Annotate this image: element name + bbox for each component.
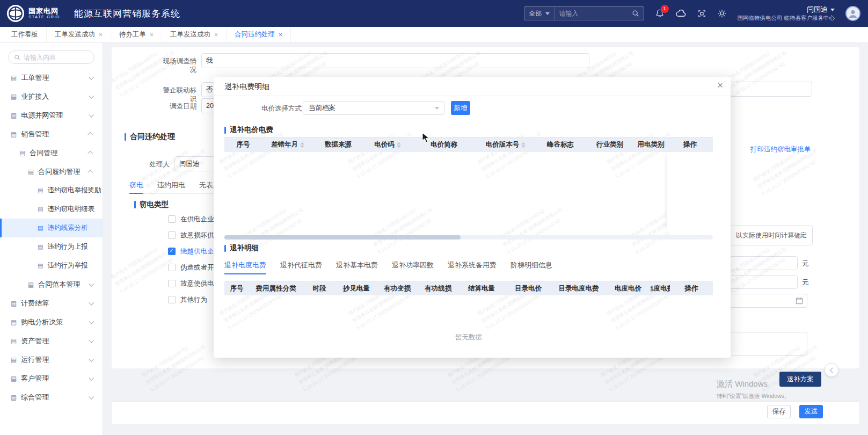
send-button[interactable]: 发送 [799, 405, 823, 418]
theft-type-option-3[interactable]: 绕越供电企业 [168, 247, 221, 256]
theft-type-option-5[interactable]: 故意使供电企 [168, 279, 221, 288]
price-mode-select[interactable]: 当前档案 [303, 101, 444, 115]
add-button[interactable]: 新增 [451, 101, 470, 115]
sidebar-item-breach-behavior-report[interactable]: ▤违约行为上报 [0, 237, 103, 256]
tab-breach-usage[interactable]: 违约用电 [157, 179, 185, 193]
close-icon[interactable]: × [279, 32, 282, 38]
avatar[interactable] [845, 6, 860, 21]
sidebar-item-operation-mgmt[interactable]: ▤运行管理 [0, 350, 103, 369]
save-button[interactable]: 保存 [767, 405, 791, 418]
col-transformer-loss: 有功变损 [377, 281, 418, 295]
col-catalog-price: 目录电价 [505, 281, 552, 295]
calendar-icon[interactable] [796, 297, 803, 305]
tab-basic-fee[interactable]: 退补基本电费 [336, 258, 378, 274]
theft-type-option-1[interactable]: 在供电企业的 [168, 215, 221, 223]
tab-collected-fee[interactable]: 退补代征电费 [280, 258, 322, 274]
refund-detail-table: 序号 费用属性分类 时段 抄见电量 有功变损 有功线损 结算电量 目录电价 目录… [224, 281, 713, 358]
doc-icon: ▤ [38, 225, 43, 231]
panel-collapse-toggle[interactable] [825, 363, 838, 377]
sidebar-item-breach-clue-analysis[interactable]: ▤违约线索分析 [0, 219, 103, 237]
theft-type-option-4[interactable]: 伪造或者开启 [168, 263, 221, 272]
tab-power-factor[interactable]: 退补功率因数 [392, 258, 434, 274]
col-fee-attribute: 费用属性分类 [249, 281, 303, 295]
sidebar-search-input[interactable] [24, 54, 89, 61]
close-icon[interactable]: × [717, 80, 723, 90]
sidebar-item-breach-behavior-tipoff[interactable]: ▤违约行为举报 [0, 256, 103, 275]
close-icon[interactable]: × [99, 32, 103, 38]
menu-icon: ▤ [11, 375, 17, 382]
table-header-row: 序号 费用属性分类 时段 抄见电量 有功变损 有功线损 结算电量 目录电价 目录… [224, 281, 713, 295]
sidebar-item-contract-template[interactable]: ▤合同范本管理 [0, 275, 103, 294]
sidebar-item-theft-report-reward[interactable]: ▤违约窃电举报奖励 [0, 181, 103, 200]
close-icon[interactable]: × [150, 32, 154, 38]
tab-energy-fee[interactable]: 退补电度电费 [224, 258, 266, 274]
field-survey-input[interactable] [201, 53, 589, 68]
sidebar-item-customer-mgmt[interactable]: ▤客户管理 [0, 369, 103, 388]
screen: 国家电网 STATE GRID 能源互联网营销服务系统 全部 1 [0, 0, 868, 435]
global-search-input[interactable] [555, 10, 632, 17]
sidebar-item-asset-mgmt[interactable]: ▤资产管理 [0, 331, 103, 350]
chevron-down-icon [89, 93, 94, 99]
checkbox[interactable] [168, 215, 176, 223]
notification-bell-icon[interactable]: 1 [655, 9, 665, 18]
sidebar-item-grid-connection[interactable]: ▤电源并网管理 [0, 106, 103, 125]
notification-badge: 1 [661, 5, 669, 13]
theft-type-option-6[interactable]: 其他行为 [168, 295, 207, 304]
sidebar-item-contract-performance[interactable]: ▤合同履约管理 [0, 162, 103, 181]
sort-icon[interactable] [397, 142, 401, 148]
sidebar-item-worder-mgmt[interactable]: ▤工单管理 [0, 68, 103, 87]
chevron-down-icon [435, 107, 439, 110]
tab-todo-worder[interactable]: 待办工单× [111, 27, 162, 42]
sort-icon[interactable] [300, 142, 304, 148]
tab-worder-sent-1[interactable]: 工单发送成功× [47, 27, 111, 42]
sidebar-item-general-mgmt[interactable]: ▤综合管理 [0, 388, 103, 407]
sidebar-item-theft-detail-table[interactable]: ▤违约窃电明细表 [0, 200, 103, 219]
sidebar-item-contract-mgmt[interactable]: ▤合同管理 [0, 143, 103, 162]
search-icon[interactable] [632, 10, 644, 17]
tab-theft[interactable]: 窃电 [129, 179, 143, 193]
print-approval-link[interactable]: 打印违约窃电审批单 [750, 145, 811, 154]
chevron-down-icon [89, 319, 94, 324]
section-contract-breach: 合同违约处理 [125, 132, 175, 142]
fullscreen-scan-icon[interactable] [697, 9, 706, 18]
system-title: 能源互联网营销服务系统 [74, 8, 180, 20]
windows-activate-subtext: 转到“设置”以激活 Windows。 [717, 393, 790, 400]
menu-icon: ▤ [11, 394, 17, 401]
field-police-linkage-label: 警企联动标识 [157, 86, 196, 103]
sidebar-item-biz-expansion[interactable]: ▤业扩接入 [0, 87, 103, 106]
close-icon[interactable]: × [214, 32, 218, 38]
refund-price-table: 序号 差错年月 数据来源 电价码 电价简称 电价版本号 峰谷标志 行业类别 用电… [224, 137, 713, 233]
user-menu[interactable]: 闫国迪 国网临猗供电公司 临猗县客户服务中心 [738, 5, 835, 22]
col-usage-type: 用电类别 [634, 137, 667, 152]
tab-contract-breach[interactable]: 合同违约处理× [227, 27, 291, 42]
refund-plan-button[interactable]: 退补方案 [779, 372, 821, 387]
checkbox[interactable] [168, 231, 176, 239]
sort-icon[interactable] [521, 142, 526, 148]
logo-title: 国家电网 [28, 8, 60, 15]
tab-worder-sent-2[interactable]: 工单发送成功× [162, 27, 227, 42]
section-refund-detail: 退补明细 [224, 243, 259, 253]
checkbox[interactable] [168, 280, 176, 287]
sidebar-item-sales-mgmt[interactable]: ▤销售管理 [0, 125, 103, 143]
tab-workboard[interactable]: 工作看板 [3, 27, 47, 42]
checkbox[interactable] [168, 296, 176, 303]
sidebar-item-billing[interactable]: ▤计费结算 [0, 294, 103, 313]
checkbox[interactable] [168, 264, 176, 271]
checkbox-checked[interactable] [168, 248, 176, 255]
col-energy-price: 电度电价 [606, 281, 651, 295]
sidebar-item-purchase-analysis[interactable]: ▤购电分析决策 [0, 313, 103, 331]
chevron-down-icon [89, 357, 94, 362]
price-mode-label: 电价选择方式 [260, 104, 302, 113]
menu-icon: ▤ [11, 319, 17, 325]
menu-icon: ▤ [19, 150, 25, 156]
settings-gear-icon[interactable] [717, 9, 727, 18]
col-price-version: 电价版本号 [476, 137, 536, 152]
cloud-icon[interactable] [675, 9, 687, 18]
col-settlement-energy: 结算电量 [458, 281, 505, 295]
theft-type-option-2[interactable]: 故意损坏供电 [168, 231, 221, 240]
state-grid-logo [6, 4, 25, 23]
search-category-select[interactable]: 全部 [524, 7, 555, 20]
scrollbar-thumb[interactable] [224, 235, 461, 240]
tab-ladder-detail[interactable]: 阶梯明细信息 [510, 258, 552, 274]
tab-system-reserve-fee[interactable]: 退补系统备用费 [448, 258, 497, 274]
